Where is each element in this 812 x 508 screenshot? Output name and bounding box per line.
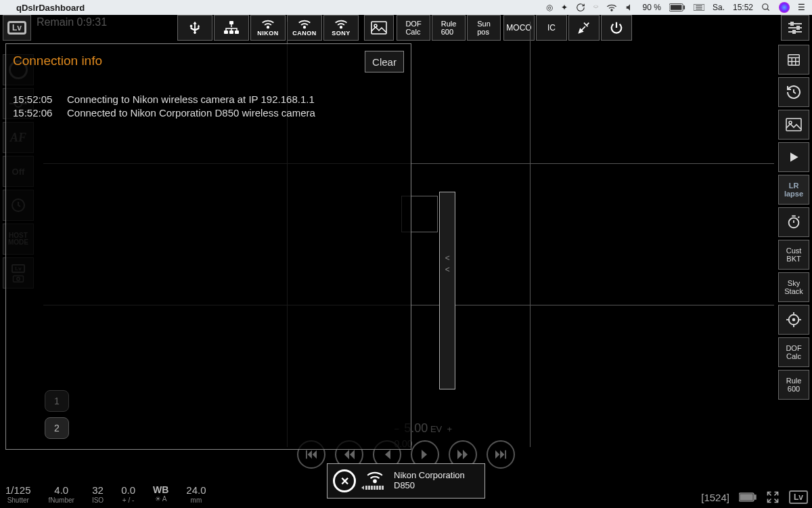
skip-back-icon bbox=[306, 450, 317, 459]
skip-fwd-button[interactable] bbox=[487, 440, 515, 469]
calendar-icon bbox=[786, 52, 801, 67]
svg-rect-50 bbox=[754, 495, 756, 499]
bluetooth-icon[interactable]: ⌔ bbox=[593, 3, 598, 12]
sync-icon[interactable] bbox=[576, 3, 585, 12]
bottom-right-status: [1524] Lv bbox=[701, 490, 808, 504]
history-button[interactable] bbox=[778, 77, 809, 107]
skip-fwd-icon bbox=[495, 450, 506, 459]
aperture-value[interactable]: 4.0fNumber bbox=[49, 484, 74, 504]
signal-bars-icon bbox=[361, 485, 388, 490]
svg-rect-51 bbox=[740, 494, 752, 500]
image-icon bbox=[786, 118, 802, 131]
svg-point-41 bbox=[793, 319, 795, 321]
fast-fwd-icon bbox=[457, 450, 468, 459]
svg-line-39 bbox=[798, 217, 799, 218]
play-icon bbox=[787, 150, 800, 164]
play-button[interactable] bbox=[778, 142, 809, 172]
menubar-time: 15:52 bbox=[733, 3, 753, 12]
lv-badge[interactable]: Lv bbox=[789, 490, 808, 504]
macos-menubar: qDslrDashboard ◎ ✦ ⌔ 90 % Sa. 15:52 ☰ bbox=[0, 0, 812, 15]
crosshair-icon bbox=[786, 312, 801, 327]
app-body: Lv Remain 0:9:31 NIKON CANON SONY bbox=[0, 15, 812, 508]
sun-icon: ☀ bbox=[155, 495, 161, 503]
page-1[interactable]: 1 bbox=[45, 390, 69, 412]
rewind-icon bbox=[344, 450, 355, 459]
connection-info-panel: Connection info Clear 15:52:05Connecting… bbox=[5, 43, 411, 450]
card-battery-icon bbox=[739, 492, 757, 502]
svg-rect-31 bbox=[788, 55, 800, 66]
focal-length-value[interactable]: 24.0mm bbox=[186, 484, 206, 504]
fullscreen-icon bbox=[766, 490, 780, 504]
svg-point-38 bbox=[789, 218, 799, 228]
exposure-bar: 1/125Shutter 4.0fNumber 32ISO 0.0+ / - W… bbox=[5, 484, 206, 504]
history-icon bbox=[786, 84, 802, 100]
device-wifi-icon bbox=[361, 471, 388, 490]
frames-remaining: [1524] bbox=[701, 492, 729, 503]
live-view-toggle[interactable]: Lv bbox=[3, 15, 31, 41]
lrtimelapse-button[interactable]: LR lapse bbox=[778, 175, 809, 205]
creative-cloud-icon[interactable]: ◎ bbox=[546, 3, 553, 12]
focus-step: < bbox=[445, 253, 450, 263]
svg-rect-36 bbox=[786, 119, 801, 131]
svg-rect-46 bbox=[306, 450, 307, 459]
spotlight-icon[interactable] bbox=[761, 3, 771, 12]
self-timer-button[interactable] bbox=[778, 207, 809, 237]
svg-line-9 bbox=[767, 9, 769, 11]
svg-rect-22 bbox=[791, 22, 793, 25]
connection-log: 15:52:05Connecting to Nikon wireless cam… bbox=[13, 93, 404, 119]
wifi-icon[interactable] bbox=[606, 3, 617, 12]
timer-icon bbox=[786, 215, 801, 230]
battery-icon[interactable] bbox=[669, 3, 685, 12]
grid-line bbox=[530, 22, 531, 447]
clear-log-button[interactable]: Clear bbox=[365, 51, 404, 72]
svg-rect-3 bbox=[683, 5, 685, 9]
log-row: 15:52:05Connecting to Nikon wireless cam… bbox=[13, 93, 404, 106]
disconnect-button[interactable]: ✕ bbox=[333, 469, 356, 492]
dof-calc-side-button[interactable]: DOF Calc bbox=[778, 337, 809, 367]
exposure-comp-value[interactable]: 0.0+ / - bbox=[121, 484, 135, 504]
custom-bracket-button[interactable]: Cust BKT bbox=[778, 240, 809, 270]
shutter-value[interactable]: 1/125Shutter bbox=[5, 484, 31, 504]
focus-target-button[interactable] bbox=[778, 305, 809, 335]
sliders-icon bbox=[787, 21, 803, 35]
svg-point-0 bbox=[611, 9, 612, 11]
svg-rect-2 bbox=[671, 5, 682, 9]
rule-600-side-button[interactable]: Rule 600 bbox=[778, 370, 809, 400]
step-back-icon bbox=[383, 450, 391, 459]
step-fwd-icon bbox=[421, 450, 429, 459]
svg-point-8 bbox=[763, 4, 768, 9]
sky-stack-button[interactable]: Sky Stack bbox=[778, 272, 809, 302]
notification-center-icon[interactable]: ☰ bbox=[798, 3, 805, 12]
svg-rect-24 bbox=[793, 30, 795, 33]
control-center-icon[interactable] bbox=[694, 4, 704, 11]
page-indicator: 1 2 bbox=[45, 390, 69, 439]
device-name: Nikon Corporation D850 bbox=[394, 471, 465, 491]
iso-value[interactable]: 32ISO bbox=[92, 484, 104, 504]
status-icons: ◎ ✦ ⌔ 90 % Sa. 15:52 ☰ bbox=[546, 2, 805, 13]
connected-device-chip[interactable]: ✕ Nikon Corporation D850 bbox=[327, 463, 485, 499]
white-balance-value[interactable]: WB☀A bbox=[153, 484, 168, 504]
focus-step: < bbox=[445, 265, 450, 274]
antivirus-icon[interactable]: ✦ bbox=[561, 3, 568, 12]
adjustments-button[interactable] bbox=[781, 15, 809, 41]
calendar-button[interactable] bbox=[778, 45, 809, 75]
svg-rect-23 bbox=[797, 26, 799, 29]
volume-icon[interactable] bbox=[625, 3, 635, 12]
fullscreen-button[interactable] bbox=[766, 490, 780, 504]
battery-percent: 90 % bbox=[643, 3, 661, 12]
page-2[interactable]: 2 bbox=[45, 417, 69, 439]
svg-point-48 bbox=[374, 480, 376, 482]
menubar-day: Sa. bbox=[713, 3, 725, 12]
log-row: 15:52:06Connected to Nikon Corporation D… bbox=[13, 106, 404, 120]
siri-icon[interactable] bbox=[779, 2, 790, 13]
focus-column[interactable]: < < bbox=[439, 192, 455, 389]
connection-info-title: Connection info bbox=[13, 54, 404, 68]
svg-rect-47 bbox=[505, 450, 506, 459]
app-name[interactable]: qDslrDashboard bbox=[16, 3, 85, 13]
right-sidebar: LR lapse Cust BKT Sky Stack DOF Calc Rul… bbox=[778, 45, 809, 400]
image-view-button[interactable] bbox=[778, 110, 809, 140]
